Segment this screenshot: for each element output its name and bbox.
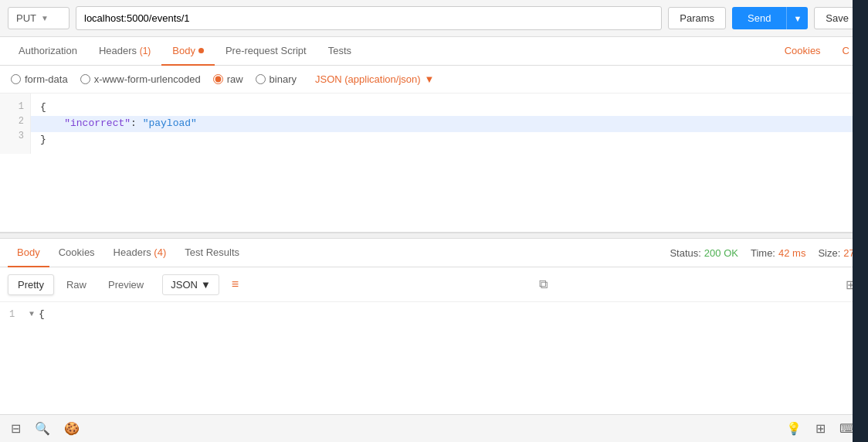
tab-tests[interactable]: Tests [317,37,362,66]
chevron-down-icon: ▼ [425,73,435,85]
send-dropdown-button[interactable]: ▼ [786,7,808,29]
send-btn-group: Send ▼ [732,7,808,29]
copy-button[interactable]: ⧉ [534,274,552,294]
request-tabs: Authorization Headers (1) Body Pre-reque… [0,37,868,66]
resp-line-num: 1 [9,308,25,322]
body-dot-icon [198,48,204,53]
tab-cookies[interactable]: Cookies [774,37,832,66]
method-text: PUT [16,12,36,24]
url-input[interactable] [76,6,662,30]
resp-tab-test-results[interactable]: Test Results [175,239,249,267]
option-binary[interactable]: binary [256,73,297,85]
resp-tab-cookies[interactable]: Cookies [49,239,104,267]
request-editor[interactable]: 1 2 3 { "incorrect": "payload" } [0,94,868,233]
bottom-toolbar: ⊟ 🔍 🍪 💡 ⊞ ⌨ [0,414,868,442]
time-value: 42 ms [778,247,805,259]
pretty-button[interactable]: Pretty [8,274,54,295]
method-selector[interactable]: PUT ▼ [8,7,70,29]
tab-body[interactable]: Body [161,37,215,66]
panel-toggle-icon[interactable]: ⊟ [8,418,24,439]
info-icon[interactable]: 💡 [783,418,805,439]
split-view-icon[interactable]: ⊞ [812,418,829,439]
panel-divider [0,233,868,239]
code-line-1: { [40,100,859,116]
code-line-2: "incorrect": "payload" [31,116,868,132]
request-bar: PUT ▼ Params Send ▼ Save [0,0,868,37]
raw-button[interactable]: Raw [57,275,96,294]
response-meta: Status: 200 OK Time: 42 ms Size: 279 [670,247,860,259]
code-content[interactable]: { "incorrect": "payload" } [31,94,868,154]
resp-line-1: 1 ▼ { [9,307,859,323]
cookie-jar-icon[interactable]: 🍪 [61,418,83,439]
code-line-3: } [40,132,859,148]
line-numbers: 1 2 3 [0,94,31,154]
search-icon[interactable]: 🔍 [32,418,53,439]
right-sidebar [853,0,868,442]
format-dropdown[interactable]: JSON ▼ [162,274,219,295]
resp-brace: { [39,307,45,323]
response-tabs: Body Cookies Headers (4) Test Results St… [0,239,868,267]
chevron-down-icon: ▼ [201,279,211,291]
option-raw[interactable]: raw [213,73,243,85]
send-button[interactable]: Send [732,7,786,29]
response-body[interactable]: 1 ▼ { [0,302,868,348]
wrap-button[interactable]: ≡ [225,274,245,295]
collapse-arrow-icon: ▼ [29,308,34,321]
tab-headers[interactable]: Headers (1) [88,37,161,66]
preview-button[interactable]: Preview [99,275,153,294]
params-button[interactable]: Params [668,7,726,29]
resp-tab-headers[interactable]: Headers (4) [104,239,176,267]
status-label: Status: [670,247,700,259]
status-value: 200 OK [704,247,738,259]
json-type-selector[interactable]: JSON (application/json) ▼ [315,73,434,85]
method-chevron-icon: ▼ [41,14,49,22]
tab-authorization[interactable]: Authorization [8,37,88,66]
option-urlencoded[interactable]: x-www-form-urlencoded [80,73,201,85]
resp-tab-body[interactable]: Body [8,239,49,267]
body-options: form-data x-www-form-urlencoded raw bina… [0,66,868,94]
size-label: Size: [818,247,840,259]
tab-pre-request[interactable]: Pre-request Script [215,37,317,66]
option-form-data[interactable]: form-data [11,73,68,85]
time-label: Time: [751,247,775,259]
response-format-bar: Pretty Raw Preview JSON ▼ ≡ ⧉ ⊞ [0,267,868,302]
right-tabs: Cookies C [774,37,860,65]
